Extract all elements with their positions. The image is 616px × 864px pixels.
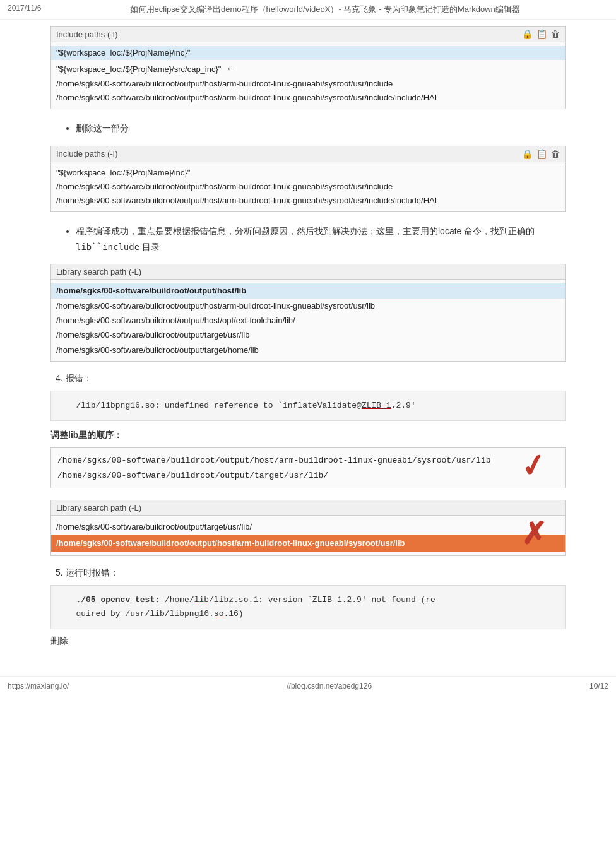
include-line-1: "${workspace_loc:/${ProjName}/src/cap_in… [56,64,236,74]
annotated-box-correct-content: /home/sgks/00-software/buildroot/output/… [51,448,565,488]
include-box-1-icons: 🔒 📋 🗑 [522,29,560,39]
include2-line-1: /home/sgks/00-software/buildroot/output/… [56,182,393,191]
correct-line-1: /home/sgks/00-software/buildroot/output/… [57,471,328,480]
top-bar-date: 2017/11/6 [8,4,41,15]
lib-box-2-content: /home/sgks/00-software/buildroot/output/… [51,516,565,555]
copy-icon[interactable]: 📋 [536,29,547,39]
lib2-line-0: /home/sgks/00-software/buildroot/output/… [56,522,252,531]
lib-box-2: Library search path (-L) /home/sgks/00-s… [50,500,566,556]
lock-icon-2[interactable]: 🔒 [522,149,533,159]
code-error-2: ./05_opencv_test: /home/lib/libz.so.1: v… [50,585,566,629]
delete-icon-2[interactable]: 🗑 [551,149,560,159]
include-box-2-content: "${workspace_loc:/${ProjName}/inc}" /hom… [51,162,565,211]
include-line-2: /home/sgks/00-software/buildroot/output/… [56,79,393,88]
so-underline: so [214,609,224,618]
include-box-1-content: "${workspace_loc:/${ProjName}/inc}" "${w… [51,42,565,109]
checkmark-annotation: ✓ [518,449,548,483]
bullet-section-2: 程序编译成功，重点是要根据报错信息，分析问题原因，然后找到解决办法；这里，主要用… [66,223,566,255]
bullet-section-1: 删除这一部分 [66,121,566,136]
include-box-2: Include paths (-I) 🔒 📋 🗑 "${workspace_lo… [50,146,566,212]
main-content: Include paths (-I) 🔒 📋 🗑 "${workspace_lo… [0,20,616,663]
bottom-url[interactable]: https://maxiang.io/ [8,682,69,690]
lib1-line-0: /home/sgks/00-software/buildroot/output/… [51,283,565,298]
include-box-2-header: Include paths (-I) 🔒 📋 🗑 [51,146,565,162]
section-5-label: 5. 运行时报错： [56,567,566,579]
bottom-pagination: 10/12 [589,682,608,690]
lib-box-2-wrapper: Library search path (-L) /home/sgks/00-s… [50,500,566,556]
lib1-line-4: /home/sgks/00-software/buildroot/output/… [56,345,259,355]
include2-line-2: /home/sgks/00-software/buildroot/output/… [56,196,439,205]
lib-underline: lib [194,595,209,605]
code-error-1: /lib/libpng16.so: undefined reference to… [50,391,566,421]
include2-line-0: "${workspace_loc:/${ProjName}/inc}" [56,168,190,177]
cross-annotation: ✗ [521,519,547,549]
bullet-item-1: 删除这一部分 [76,121,566,136]
lib-box-1-header: Library search path (-L) [51,264,565,280]
annotated-box-correct: /home/sgks/00-software/buildroot/output/… [50,447,566,488]
lib2-line-1: /home/sgks/00-software/buildroot/output/… [51,535,565,552]
correct-line-0: /home/sgks/00-software/buildroot/output/… [57,456,491,465]
top-bar: 2017/11/6 如何用eclipse交叉编译出demo程序（hellowor… [0,0,616,20]
include-box-1-header: Include paths (-I) 🔒 📋 🗑 [51,27,565,42]
section-4-label: 4. 报错： [56,373,566,384]
arrow-annotation: ← [226,60,236,77]
include-line-0: "${workspace_loc:/${ProjName}/inc}" [51,46,565,60]
zlib-underline: ZLIB_1 [362,401,391,410]
include-line-3: /home/sgks/00-software/buildroot/output/… [56,93,439,102]
include-box-2-title: Include paths (-I) [56,149,118,158]
delete-text: 删除 [50,636,566,647]
bullet-item-2: 程序编译成功，重点是要根据报错信息，分析问题原因，然后找到解决办法；这里，主要用… [76,223,566,255]
lib-box-1: Library search path (-L) /home/sgks/00-s… [50,264,566,362]
cmd-highlight: ./05_opencv_test: [76,595,160,605]
lib-box-1-content: /home/sgks/00-software/buildroot/output/… [51,280,565,361]
page-title: 如何用eclipse交叉编译出demo程序（helloworld/videoX）… [41,4,608,15]
copy-icon-2[interactable]: 📋 [536,149,547,159]
delete-icon[interactable]: 🗑 [551,29,560,39]
section-heading-adjust: 调整lib里的顺序： [50,430,566,441]
bottom-bar: https://maxiang.io/ //blog.csdn.net/abed… [0,676,616,695]
bottom-ref: //blog.csdn.net/abedg126 [287,682,372,690]
lib1-line-2: /home/sgks/00-software/buildroot/output/… [56,316,295,325]
include-box-2-icons: 🔒 📋 🗑 [522,149,560,159]
lib1-line-3: /home/sgks/00-software/buildroot/output/… [56,330,249,340]
lib-box-2-header: Library search path (-L) [51,500,565,516]
include-box-1: Include paths (-I) 🔒 📋 🗑 "${workspace_lo… [50,26,566,109]
include-box-1-title: Include paths (-I) [56,30,118,39]
lib1-line-1: /home/sgks/00-software/buildroot/output/… [56,301,375,311]
lock-icon[interactable]: 🔒 [522,29,533,39]
